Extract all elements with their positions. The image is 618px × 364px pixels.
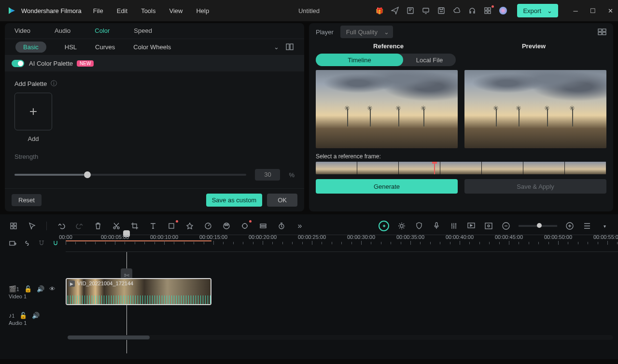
- select-frame-label: Select a reference frame:: [309, 148, 613, 162]
- svg-point-29: [400, 224, 403, 227]
- headphones-icon[interactable]: [468, 6, 477, 15]
- subtab-basic[interactable]: Basic: [15, 42, 46, 53]
- menu-tools[interactable]: Tools: [141, 7, 155, 14]
- undo-icon[interactable]: [56, 221, 66, 231]
- track-tool-icon[interactable]: [258, 221, 268, 231]
- marker-icon[interactable]: [240, 221, 250, 231]
- add-track-icon[interactable]: [9, 238, 17, 248]
- render-icon[interactable]: [466, 221, 476, 231]
- timeline-scrollbar[interactable]: [68, 335, 613, 340]
- ai-palette-label: AI Color Palette: [29, 60, 73, 67]
- zoom-out-icon[interactable]: [501, 221, 511, 231]
- document-title: Untitled: [298, 7, 320, 14]
- template-icon[interactable]: [406, 6, 415, 15]
- quality-dropdown[interactable]: Full Quality: [340, 26, 393, 38]
- mixer-icon[interactable]: [449, 221, 459, 231]
- svg-rect-4: [488, 8, 491, 10]
- reference-heading: Reference: [316, 42, 461, 50]
- svg-rect-32: [485, 223, 492, 229]
- subtab-hsl[interactable]: HSL: [65, 43, 77, 51]
- maximize-button[interactable]: ☐: [589, 7, 597, 14]
- export-button[interactable]: Export ⌄: [517, 4, 558, 17]
- zoom-in-icon[interactable]: [565, 221, 575, 231]
- menu-view[interactable]: View: [169, 7, 183, 14]
- menu-edit[interactable]: Edit: [117, 7, 127, 14]
- svg-rect-8: [286, 44, 289, 50]
- svg-rect-3: [485, 8, 487, 10]
- lock-icon[interactable]: 🔓: [19, 312, 27, 319]
- track-options-icon[interactable]: ▾: [600, 221, 609, 231]
- generate-button[interactable]: Generate: [316, 179, 458, 194]
- video-clip[interactable]: ▶ VID_20221004_172144: [66, 278, 211, 305]
- save-icon[interactable]: [437, 6, 446, 15]
- color-tool-icon[interactable]: [222, 221, 231, 231]
- layout-grid-icon[interactable]: [598, 28, 606, 35]
- ok-button[interactable]: OK: [267, 194, 297, 207]
- subtab-curves[interactable]: Curves: [95, 43, 115, 51]
- cut-icon[interactable]: [112, 221, 121, 231]
- gift-icon[interactable]: 🎁: [375, 6, 384, 15]
- mic-icon[interactable]: [432, 221, 441, 231]
- tab-video[interactable]: Video: [14, 27, 30, 34]
- menu-file[interactable]: File: [93, 7, 103, 14]
- tab-color[interactable]: Color: [95, 27, 110, 34]
- info-icon[interactable]: ⓘ: [51, 79, 57, 88]
- timeline-ruler[interactable]: 00:0000:00:05:0000:00:10:0000:00:15:0000…: [66, 235, 618, 252]
- minimize-button[interactable]: ─: [572, 7, 579, 14]
- track-list-icon[interactable]: [582, 221, 592, 231]
- snap-icon[interactable]: [37, 238, 46, 248]
- preview-heading: Preview: [461, 42, 606, 50]
- reference-tab-timeline[interactable]: Timeline: [316, 54, 403, 66]
- mute-icon[interactable]: 🔊: [37, 285, 44, 293]
- reference-thumbstrip[interactable]: [316, 162, 606, 174]
- tab-audio[interactable]: Audio: [55, 27, 70, 34]
- redo-icon[interactable]: [75, 221, 84, 231]
- mute-icon[interactable]: 🔊: [32, 312, 40, 319]
- more-tools-icon[interactable]: »: [295, 221, 305, 231]
- video-track-name: Video 1: [9, 294, 66, 299]
- zoom-slider[interactable]: [519, 225, 557, 227]
- cloud-icon[interactable]: [452, 6, 461, 15]
- reference-tab-local-file[interactable]: Local File: [403, 54, 456, 66]
- add-palette-button[interactable]: +: [14, 93, 52, 130]
- save-apply-button[interactable]: Save & Apply: [464, 179, 606, 194]
- visibility-icon[interactable]: 👁: [49, 285, 56, 293]
- audio-track-name: Audio 1: [9, 320, 66, 326]
- reset-button[interactable]: Reset: [12, 194, 42, 206]
- subtab-color-wheels[interactable]: Color Wheels: [133, 43, 171, 51]
- ai-tools-icon[interactable]: ✦: [379, 221, 389, 231]
- strength-slider[interactable]: [14, 174, 246, 176]
- speed-icon[interactable]: [203, 221, 213, 231]
- video-track-head[interactable]: 🎬1 🔓 🔊 👁 Video 1: [0, 285, 66, 299]
- compare-icon[interactable]: [286, 43, 294, 51]
- menu-help[interactable]: Help: [196, 7, 209, 14]
- desktop-icon[interactable]: [421, 6, 430, 15]
- timer-icon[interactable]: [277, 221, 286, 231]
- save-custom-button[interactable]: Save as custom: [206, 194, 263, 207]
- text-icon[interactable]: [148, 221, 158, 231]
- tab-speed[interactable]: Speed: [134, 27, 152, 34]
- ai-palette-toggle[interactable]: [12, 60, 24, 67]
- capture-icon[interactable]: [484, 221, 493, 231]
- crop-icon[interactable]: [130, 221, 140, 231]
- delete-icon[interactable]: [93, 221, 103, 231]
- magnet-icon[interactable]: [52, 238, 60, 248]
- preview-image: [464, 70, 606, 148]
- main-menu: File Edit Tools View Help: [93, 7, 209, 14]
- shield-icon[interactable]: [414, 221, 424, 231]
- link-icon[interactable]: [23, 238, 32, 248]
- strength-value[interactable]: 30: [255, 169, 280, 181]
- select-tool-icon[interactable]: [27, 221, 37, 231]
- lock-icon[interactable]: 🔓: [24, 285, 32, 293]
- audio-track-head[interactable]: ♪1 🔓 🔊 Audio 1: [0, 312, 66, 326]
- keyframe-panel-icon[interactable]: [9, 221, 18, 231]
- svg-point-19: [117, 227, 119, 229]
- enhance-icon[interactable]: [397, 221, 407, 231]
- chevron-down-icon[interactable]: ⌄: [274, 43, 279, 51]
- avatar-icon[interactable]: [499, 6, 507, 15]
- apps-icon[interactable]: [483, 6, 492, 15]
- close-button[interactable]: ✕: [606, 7, 614, 14]
- adjust-icon[interactable]: [167, 221, 176, 231]
- effects-icon[interactable]: [185, 221, 195, 231]
- send-icon[interactable]: [391, 6, 399, 15]
